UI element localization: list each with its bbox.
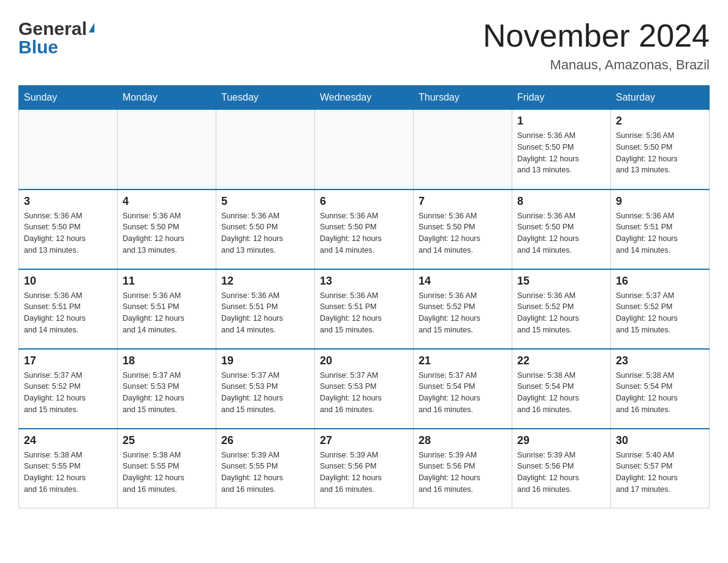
day-number: 1 (517, 115, 605, 128)
day-number: 29 (517, 434, 605, 447)
day-info: Sunrise: 5:38 AM Sunset: 5:55 PM Dayligh… (24, 450, 112, 496)
day-number: 21 (419, 354, 507, 367)
day-info: Sunrise: 5:37 AM Sunset: 5:54 PM Dayligh… (419, 370, 507, 416)
calendar-cell: 29Sunrise: 5:39 AM Sunset: 5:56 PM Dayli… (512, 429, 611, 508)
day-number: 14 (419, 275, 507, 288)
calendar-cell: 27Sunrise: 5:39 AM Sunset: 5:56 PM Dayli… (315, 429, 414, 508)
day-number: 5 (221, 195, 309, 208)
calendar-cell: 7Sunrise: 5:36 AM Sunset: 5:50 PM Daylig… (414, 190, 512, 269)
day-info: Sunrise: 5:40 AM Sunset: 5:57 PM Dayligh… (616, 450, 704, 496)
day-number: 18 (123, 354, 211, 367)
weekday-header-wednesday: Wednesday (315, 86, 414, 110)
calendar-week-row: 3Sunrise: 5:36 AM Sunset: 5:50 PM Daylig… (19, 190, 710, 269)
day-info: Sunrise: 5:36 AM Sunset: 5:51 PM Dayligh… (24, 290, 112, 336)
calendar-cell: 13Sunrise: 5:36 AM Sunset: 5:51 PM Dayli… (315, 269, 414, 349)
day-info: Sunrise: 5:36 AM Sunset: 5:50 PM Dayligh… (221, 210, 309, 256)
day-info: Sunrise: 5:36 AM Sunset: 5:52 PM Dayligh… (419, 290, 507, 336)
day-number: 23 (616, 354, 704, 367)
weekday-header-saturday: Saturday (611, 86, 710, 110)
day-info: Sunrise: 5:39 AM Sunset: 5:56 PM Dayligh… (320, 450, 408, 496)
day-number: 26 (221, 434, 309, 447)
calendar-cell (216, 110, 315, 190)
day-info: Sunrise: 5:37 AM Sunset: 5:52 PM Dayligh… (616, 290, 704, 336)
calendar-cell (414, 110, 512, 190)
calendar-cell: 19Sunrise: 5:37 AM Sunset: 5:53 PM Dayli… (216, 349, 315, 429)
day-number: 25 (123, 434, 211, 447)
day-info: Sunrise: 5:39 AM Sunset: 5:56 PM Dayligh… (419, 450, 507, 496)
calendar-cell: 14Sunrise: 5:36 AM Sunset: 5:52 PM Dayli… (414, 269, 512, 349)
day-info: Sunrise: 5:36 AM Sunset: 5:50 PM Dayligh… (616, 130, 704, 176)
day-number: 19 (221, 354, 309, 367)
day-number: 20 (320, 354, 408, 367)
calendar-cell: 15Sunrise: 5:36 AM Sunset: 5:52 PM Dayli… (512, 269, 611, 349)
calendar-week-row: 24Sunrise: 5:38 AM Sunset: 5:55 PM Dayli… (19, 429, 710, 508)
day-info: Sunrise: 5:38 AM Sunset: 5:54 PM Dayligh… (517, 370, 605, 416)
day-info: Sunrise: 5:38 AM Sunset: 5:55 PM Dayligh… (123, 450, 211, 496)
calendar-cell: 21Sunrise: 5:37 AM Sunset: 5:54 PM Dayli… (414, 349, 512, 429)
calendar-cell: 1Sunrise: 5:36 AM Sunset: 5:50 PM Daylig… (512, 110, 611, 190)
day-number: 17 (24, 354, 112, 367)
logo-blue: Blue (18, 37, 58, 58)
weekday-header-thursday: Thursday (414, 86, 512, 110)
day-number: 11 (123, 275, 211, 288)
calendar-cell: 8Sunrise: 5:36 AM Sunset: 5:50 PM Daylig… (512, 190, 611, 269)
day-info: Sunrise: 5:36 AM Sunset: 5:50 PM Dayligh… (517, 210, 605, 256)
calendar-week-row: 10Sunrise: 5:36 AM Sunset: 5:51 PM Dayli… (19, 269, 710, 349)
day-info: Sunrise: 5:36 AM Sunset: 5:50 PM Dayligh… (419, 210, 507, 256)
calendar-cell: 23Sunrise: 5:38 AM Sunset: 5:54 PM Dayli… (611, 349, 710, 429)
calendar-cell (19, 110, 118, 190)
day-number: 4 (123, 195, 211, 208)
calendar-cell: 2Sunrise: 5:36 AM Sunset: 5:50 PM Daylig… (611, 110, 710, 190)
calendar-cell: 5Sunrise: 5:36 AM Sunset: 5:50 PM Daylig… (216, 190, 315, 269)
calendar-cell: 28Sunrise: 5:39 AM Sunset: 5:56 PM Dayli… (414, 429, 512, 508)
day-info: Sunrise: 5:39 AM Sunset: 5:55 PM Dayligh… (221, 450, 309, 496)
day-number: 24 (24, 434, 112, 447)
calendar-table: SundayMondayTuesdayWednesdayThursdayFrid… (18, 85, 710, 508)
calendar-location: Manaus, Amazonas, Brazil (483, 57, 710, 73)
calendar-week-row: 17Sunrise: 5:37 AM Sunset: 5:52 PM Dayli… (19, 349, 710, 429)
day-number: 10 (24, 275, 112, 288)
calendar-cell: 18Sunrise: 5:37 AM Sunset: 5:53 PM Dayli… (118, 349, 216, 429)
day-number: 12 (221, 275, 309, 288)
calendar-cell: 12Sunrise: 5:36 AM Sunset: 5:51 PM Dayli… (216, 269, 315, 349)
day-info: Sunrise: 5:37 AM Sunset: 5:53 PM Dayligh… (320, 370, 408, 416)
calendar-cell: 20Sunrise: 5:37 AM Sunset: 5:53 PM Dayli… (315, 349, 414, 429)
calendar-cell: 17Sunrise: 5:37 AM Sunset: 5:52 PM Dayli… (19, 349, 118, 429)
day-info: Sunrise: 5:38 AM Sunset: 5:54 PM Dayligh… (616, 370, 704, 416)
day-number: 8 (517, 195, 605, 208)
day-number: 9 (616, 195, 704, 208)
day-number: 6 (320, 195, 408, 208)
calendar-cell: 11Sunrise: 5:36 AM Sunset: 5:51 PM Dayli… (118, 269, 216, 349)
calendar-cell: 22Sunrise: 5:38 AM Sunset: 5:54 PM Dayli… (512, 349, 611, 429)
day-info: Sunrise: 5:39 AM Sunset: 5:56 PM Dayligh… (517, 450, 605, 496)
weekday-header-tuesday: Tuesday (216, 86, 315, 110)
calendar-cell: 6Sunrise: 5:36 AM Sunset: 5:50 PM Daylig… (315, 190, 414, 269)
calendar-cell: 26Sunrise: 5:39 AM Sunset: 5:55 PM Dayli… (216, 429, 315, 508)
day-number: 30 (616, 434, 704, 447)
day-info: Sunrise: 5:36 AM Sunset: 5:50 PM Dayligh… (320, 210, 408, 256)
day-number: 15 (517, 275, 605, 288)
logo: General Blue (18, 18, 94, 58)
logo-general: General (18, 18, 87, 39)
day-number: 13 (320, 275, 408, 288)
page-header: General Blue November 2024 Manaus, Amazo… (18, 18, 710, 73)
day-number: 7 (419, 195, 507, 208)
logo-arrow-icon (89, 23, 94, 33)
calendar-cell: 30Sunrise: 5:40 AM Sunset: 5:57 PM Dayli… (611, 429, 710, 508)
day-info: Sunrise: 5:36 AM Sunset: 5:51 PM Dayligh… (123, 290, 211, 336)
day-info: Sunrise: 5:37 AM Sunset: 5:53 PM Dayligh… (123, 370, 211, 416)
day-info: Sunrise: 5:36 AM Sunset: 5:50 PM Dayligh… (517, 130, 605, 176)
calendar-cell: 3Sunrise: 5:36 AM Sunset: 5:50 PM Daylig… (19, 190, 118, 269)
calendar-month-year: November 2024 (483, 18, 710, 53)
day-number: 3 (24, 195, 112, 208)
day-info: Sunrise: 5:36 AM Sunset: 5:50 PM Dayligh… (24, 210, 112, 256)
calendar-cell: 4Sunrise: 5:36 AM Sunset: 5:50 PM Daylig… (118, 190, 216, 269)
weekday-header-row: SundayMondayTuesdayWednesdayThursdayFrid… (19, 86, 710, 110)
day-info: Sunrise: 5:37 AM Sunset: 5:52 PM Dayligh… (24, 370, 112, 416)
calendar-week-row: 1Sunrise: 5:36 AM Sunset: 5:50 PM Daylig… (19, 110, 710, 190)
calendar-cell: 24Sunrise: 5:38 AM Sunset: 5:55 PM Dayli… (19, 429, 118, 508)
day-info: Sunrise: 5:36 AM Sunset: 5:52 PM Dayligh… (517, 290, 605, 336)
weekday-header-monday: Monday (118, 86, 216, 110)
calendar-cell: 10Sunrise: 5:36 AM Sunset: 5:51 PM Dayli… (19, 269, 118, 349)
day-info: Sunrise: 5:36 AM Sunset: 5:50 PM Dayligh… (123, 210, 211, 256)
